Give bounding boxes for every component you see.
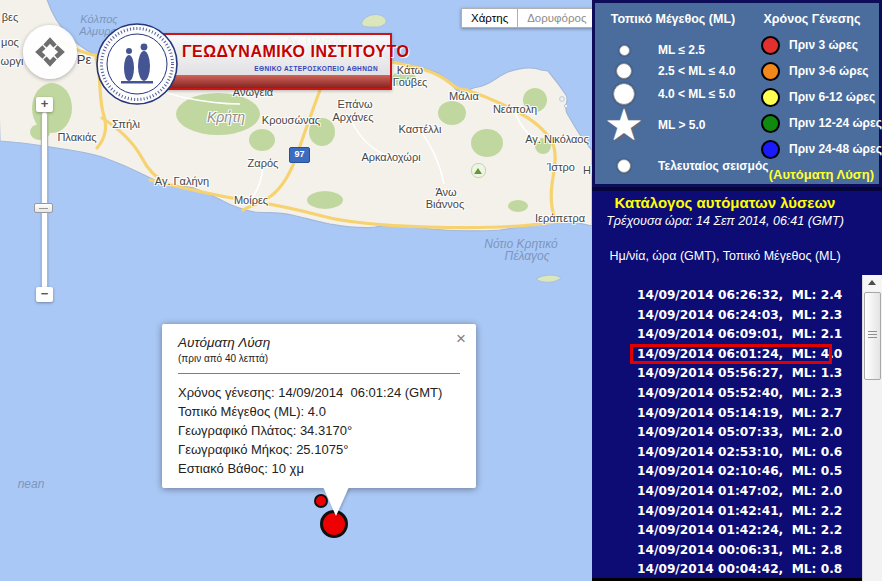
map-type-switcher: Χάρτης Δορυφόρος (461, 8, 592, 28)
earthquake-list: 14/09/2014 06:26:32, ML: 2.414/09/2014 0… (592, 286, 862, 580)
earthquake-row[interactable]: 14/09/2014 00:06:31, ML: 2.8 (592, 541, 862, 561)
magnitude-legend-label: 4.0 < ML ≤ 5.0 (658, 87, 735, 101)
earthquake-row[interactable]: 14/09/2014 06:24:03, ML: 2.3 (592, 306, 862, 326)
time-legend-title: Χρόνος Γένεσης (745, 12, 879, 26)
map-label: Ζαρός (248, 157, 279, 169)
time-color-circle-icon (761, 88, 780, 107)
map-type-map-button[interactable]: Χάρτης (461, 8, 518, 28)
time-legend-label: Πριν 6-12 ώρες (789, 90, 875, 104)
legend-footer-label: (Αυτόματη Λύση) (769, 167, 874, 182)
pan-up-arrow-icon[interactable] (45, 41, 55, 47)
map-label: Επάνω (337, 98, 372, 110)
catalog-panel: Κατάλογος αυτόματων λύσεων Τρέχουσα ώρα:… (592, 191, 882, 581)
popup-detail-line: Γεωγραφικό Πλάτος: 34.3170° (178, 421, 460, 440)
map-label: Κρήτη (207, 109, 245, 125)
observatory-subtitle: ΕΘΝΙΚΟ ΑΣΤΕΡΟΣΚΟΠΕΙΟ ΑΘΗΝΩΝ (254, 65, 378, 72)
popup-detail-line: Τοπικό Μέγεθος (ML): 4.0 (178, 402, 460, 421)
pan-down-arrow-icon[interactable] (45, 58, 55, 64)
earthquake-row[interactable]: 14/09/2014 05:07:33, ML: 2.0 (592, 423, 862, 443)
time-color-circle-icon (761, 114, 780, 133)
time-legend-item: Πριν 24-48 ώρες (759, 137, 882, 161)
map-label: Μοίρες (234, 194, 268, 206)
magnitude-legend-item: ★ML > 5.0 (604, 103, 705, 147)
time-legend-label: Πριν 24-48 ώρες (789, 142, 882, 156)
popup-title: Αυτόματη Λύση (178, 335, 460, 350)
time-legend-label: Πριν 3 ώρες (789, 38, 858, 52)
earthquake-row[interactable]: 14/09/2014 02:53:10, ML: 0.6 (592, 443, 862, 463)
earthquake-row[interactable]: 14/09/2014 01:42:41, ML: 2.2 (592, 502, 862, 522)
magnitude-legend-item: 2.5 < ML ≤ 4.0 (604, 59, 735, 83)
magnitude-legend-item: Τελευταίος σεισμός (604, 154, 768, 178)
list-scrollbar[interactable] (862, 275, 882, 581)
zoom-in-button[interactable]: + (36, 97, 53, 112)
map-label: Καστέλλι (398, 123, 441, 135)
banner-red-strip (152, 75, 390, 88)
earthquake-row[interactable]: 14/09/2014 06:26:32, ML: 2.4 (592, 286, 862, 306)
current-time-label: Τρέχουσα ώρα: 14 Σεπ 2014, 06:41 (GMT) (592, 214, 858, 228)
magnitude-legend-label: ML ≤ 2.5 (658, 43, 705, 57)
pan-left-arrow-icon[interactable] (39, 47, 45, 57)
map-label: ωργι (1, 55, 24, 67)
map-label: Βιάννος (426, 198, 465, 210)
earthquake-row[interactable]: 14/09/2014 02:10:46, ML: 0.5 (592, 462, 862, 482)
time-legend-item: Πριν 3-6 ώρες (759, 59, 869, 83)
map-label: Πλακιάς (57, 131, 96, 143)
earthquake-row[interactable]: 14/09/2014 00:04:42, ML: 0.8 (592, 560, 862, 580)
map-label: Κρουσώνας (262, 114, 320, 126)
zoom-slider-track[interactable] (41, 112, 48, 290)
earthquake-monitor-page: βεςμοςωργιΚόλποςΑλμυρούΡεΑγ. ΠελαγίαΑνώγ… (0, 0, 882, 581)
popup-divider (178, 373, 460, 374)
time-legend-item: Πριν 12-24 ώρες (759, 111, 882, 135)
mountain-peak-icon (471, 163, 486, 178)
magnitude-circle-icon (619, 45, 630, 56)
magnitude-legend-label: 2.5 < ML ≤ 4.0 (658, 64, 735, 78)
map-label: Ίστρο (547, 161, 575, 173)
geodynamic-institute-banner: ΓΕΩΔΥΝΑΜΙΚΟ ΙΝΣΤΙΤΟΥΤΟ ΕΘΝΙΚΟ ΑΣΤΕΡΟΣΚΟΠ… (150, 33, 392, 90)
magnitude-circle-icon (617, 159, 631, 173)
map-label: βες (2, 11, 19, 23)
zoom-out-button[interactable]: − (36, 287, 53, 302)
magnitude-legend-label: ML > 5.0 (658, 118, 705, 132)
catalog-columns-header: Ημ/νία, ώρα (GMT), Τοπικό Μέγεθος (ML) (592, 249, 858, 263)
popup-subtitle: (πριν από 40 λεπτά) (178, 353, 460, 364)
scrollbar-thumb[interactable] (864, 292, 881, 380)
earthquake-row-highlighted[interactable]: 14/09/2014 06:01:24, ML: 4.0 (592, 345, 862, 365)
side-panel: Τοπικό Μέγεθος (ML) ML ≤ 2.52.5 < ML ≤ 4… (592, 0, 882, 581)
pan-right-arrow-icon[interactable] (56, 47, 62, 57)
earthquake-row[interactable]: 14/09/2014 01:42:24, ML: 2.2 (592, 521, 862, 541)
map-label: Σπήλι (112, 118, 140, 130)
time-legend-item: Πριν 6-12 ώρες (759, 85, 875, 109)
earthquake-row[interactable]: 14/09/2014 06:09:01, ML: 2.1 (592, 325, 862, 345)
earthquake-row[interactable]: 14/09/2014 05:52:40, ML: 2.3 (592, 384, 862, 404)
magnitude-legend-title: Τοπικό Μέγεθος (ML) (598, 12, 748, 26)
popup-detail-line: Χρόνος γένεσης: 14/09/2014 06:01:24 (GMT… (178, 383, 460, 402)
islet (560, 97, 565, 102)
magnitude-legend: Τοπικό Μέγεθος (ML) ML ≤ 2.52.5 < ML ≤ 4… (598, 3, 748, 184)
zoom-slider-handle[interactable] (34, 203, 53, 213)
popup-detail-line: Εστιακό Βάθος: 10 χμ (178, 459, 460, 478)
observatory-seal-logo (95, 22, 179, 106)
star-marker-icon: ★ (604, 105, 643, 145)
time-legend: Χρόνος Γένεσης Πριν 3 ώρεςΠριν 3-6 ώρεςΠ… (745, 3, 879, 184)
map-pan-control[interactable] (23, 25, 77, 79)
map-label: Αγ. Νικόλαος (525, 133, 589, 145)
close-icon[interactable]: × (456, 330, 466, 347)
time-color-circle-icon (761, 140, 780, 159)
islet (564, 104, 567, 107)
time-legend-label: Πριν 12-24 ώρες (789, 116, 882, 130)
map-type-satellite-button[interactable]: Δορυφόρος (518, 8, 592, 28)
institute-title: ΓΕΩΔΥΝΑΜΙΚΟ ΙΝΣΤΙΤΟΥΤΟ (182, 43, 390, 61)
scrollbar-up-arrow[interactable] (863, 275, 882, 291)
popup-details: Χρόνος γένεσης: 14/09/2014 06:01:24 (GMT… (178, 383, 460, 478)
time-color-circle-icon (761, 36, 780, 55)
route-97-badge: 97 (289, 147, 310, 163)
map-canvas[interactable]: βεςμοςωργιΚόλποςΑλμυρούΡεΑγ. ΠελαγίαΑνώγ… (0, 0, 592, 581)
time-legend-item: Πριν 3 ώρες (759, 33, 858, 57)
earthquake-row[interactable]: 14/09/2014 01:47:02, ML: 2.0 (592, 482, 862, 502)
earthquake-info-popup: × Αυτόματη Λύση (πριν από 40 λεπτά) Χρόν… (162, 324, 476, 488)
earthquake-row[interactable]: 14/09/2014 05:14:19, ML: 2.7 (592, 404, 862, 424)
earthquake-row[interactable]: 14/09/2014 05:56:27, ML: 1.3 (592, 364, 862, 384)
popup-pointer (323, 487, 349, 516)
map-label: μος (1, 36, 19, 48)
map-label: Πέλαγος (504, 249, 549, 263)
